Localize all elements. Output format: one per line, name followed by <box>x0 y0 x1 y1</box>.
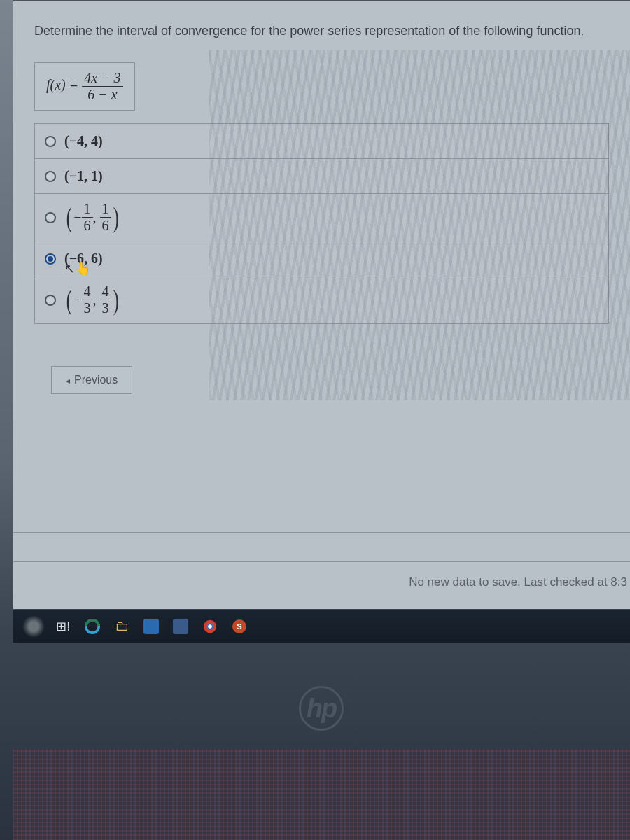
formula-numerator: 4x − 3 <box>82 70 122 87</box>
function-formula: f(x) = 4x − 3 6 − x <box>34 62 135 111</box>
option-label: (−1, 1) <box>64 168 103 184</box>
chevron-left-icon: ◂ <box>66 376 70 386</box>
option-label: ( −43 , 43 ) <box>64 284 120 316</box>
option-label: (−6, 6) <box>64 251 103 267</box>
option-a[interactable]: (−4, 4) <box>35 124 608 159</box>
monitor-viewport: Determine the interval of convergence fo… <box>13 0 630 840</box>
fabric-surface <box>13 749 630 840</box>
formula-lhs: f(x) = <box>46 77 78 92</box>
option-b[interactable]: (−1, 1) <box>35 159 608 194</box>
answer-options: (−4, 4) (−1, 1) ( −16 , 16 ) (−6, 6) <box>34 123 609 324</box>
option-label: ( −16 , 16 ) <box>64 201 120 234</box>
radio-icon <box>45 136 56 147</box>
svg-point-3 <box>208 624 212 629</box>
microsoft-store-icon[interactable] <box>140 615 162 638</box>
radio-icon <box>45 171 56 182</box>
app-icon[interactable] <box>169 615 192 638</box>
formula-denominator: 6 − x <box>82 87 122 103</box>
option-label: (−4, 4) <box>64 133 103 149</box>
app-s-icon[interactable]: S <box>228 615 251 638</box>
question-prompt: Determine the interval of convergence fo… <box>13 1 630 48</box>
radio-icon <box>45 212 56 223</box>
edge-browser-icon[interactable] <box>81 615 104 638</box>
start-button[interactable] <box>22 615 45 638</box>
previous-label: Previous <box>74 374 118 386</box>
task-view-icon[interactable]: ⊞⁞ <box>52 615 74 638</box>
chrome-browser-icon[interactable] <box>199 615 221 638</box>
radio-icon <box>45 295 56 306</box>
quiz-page: Determine the interval of convergence fo… <box>13 0 630 609</box>
previous-button[interactable]: ◂Previous <box>51 366 132 394</box>
radio-icon-selected <box>45 253 56 265</box>
divider <box>13 561 630 562</box>
divider <box>13 532 630 533</box>
formula-fraction: 4x − 3 6 − x <box>82 70 122 103</box>
hp-logo: hp <box>13 686 630 731</box>
option-c[interactable]: ( −16 , 16 ) <box>35 194 608 241</box>
autosave-status: No new data to save. Last checked at 8:3 <box>409 575 630 589</box>
option-d[interactable]: (−6, 6) ↖👆 <box>35 241 608 276</box>
windows-taskbar: ⊞⁞ 🗀 S <box>13 609 630 643</box>
option-e[interactable]: ( −43 , 43 ) <box>35 276 608 324</box>
file-explorer-icon[interactable]: 🗀 <box>111 615 133 638</box>
